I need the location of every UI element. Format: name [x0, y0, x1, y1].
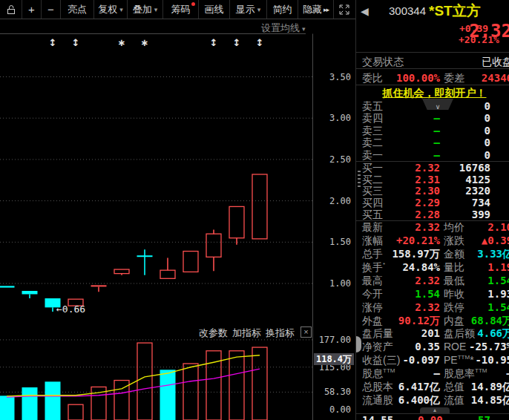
- price-tick: 2.00: [313, 196, 351, 206]
- stat-value: -0.097: [402, 354, 440, 366]
- stat-value: 1.54: [487, 275, 509, 286]
- queue-collapse-tab[interactable]: ∨: [422, 99, 453, 110]
- bid-volume: 2320: [465, 185, 490, 197]
- stat-label: 总股本: [362, 381, 393, 394]
- stat-row: 外盘90.12万内盘68.84万: [356, 315, 509, 328]
- stat-value: 201: [421, 327, 440, 339]
- ask-level-label: 卖三: [362, 125, 383, 138]
- ask-price: —: [434, 137, 440, 148]
- candle-body: [229, 206, 244, 237]
- stat-value: -25.73%: [469, 341, 509, 352]
- event-marker-icon[interactable]: ∗: [118, 37, 126, 48]
- stat-value: 2.32: [415, 221, 440, 233]
- ask-row[interactable]: 卖三—0: [356, 125, 509, 137]
- stat-row: 涨幅+20.21%涨跌▲0.39: [356, 234, 509, 248]
- candle-body: [22, 291, 38, 294]
- stat-label: 流通股: [362, 394, 393, 407]
- event-marker-icon[interactable]: ↕: [256, 37, 264, 48]
- status-label: 交易状态: [362, 56, 404, 69]
- event-marker-icon[interactable]: ∗: [141, 37, 149, 48]
- trade-status-row: 交易状态 已收盘: [356, 56, 509, 69]
- stat-value: 1.54: [415, 288, 440, 300]
- extra-value: 0.00: [418, 414, 443, 420]
- stat-label: 最新: [362, 221, 383, 234]
- stat-label: 涨跌: [444, 234, 464, 248]
- edit-params-button[interactable]: 改参数: [199, 327, 228, 340]
- volume-bar: [45, 381, 61, 420]
- candle-body: [160, 270, 175, 278]
- stat-row: 盘后量201盘后额4.66万: [356, 327, 509, 341]
- stat-value: 90.12万: [398, 315, 440, 328]
- close-indicator-button[interactable]: ×: [301, 327, 312, 338]
- candle-body: [252, 174, 267, 239]
- ask-level-label: 卖四: [362, 112, 383, 125]
- ask-price: —: [434, 149, 440, 161]
- ask-price: —: [434, 125, 440, 137]
- event-marker-icon[interactable]: ↕: [49, 37, 57, 48]
- chart-area: ↕↕∗∗↕↕↕←0.66 设置均线▾ 改参数 加指标 换指标 × 3.503.0…: [0, 19, 355, 420]
- ask-volume: 0: [485, 112, 490, 124]
- bid-volume: 734: [472, 197, 490, 209]
- stat-label: 昨收: [444, 288, 464, 301]
- panel-resize-handle[interactable]: [356, 336, 361, 352]
- stat-value: 158.97万: [392, 248, 440, 261]
- bid-price: 2.29: [415, 197, 440, 209]
- divider: [356, 68, 509, 69]
- panel-drag-handle[interactable]: [358, 171, 361, 187]
- panel-collapse-tab[interactable]: ▴: [420, 407, 450, 414]
- stat-row: 收益(三)-0.097PETTM*-10.95: [356, 354, 509, 367]
- ask-row[interactable]: 卖四—0: [356, 112, 509, 124]
- stat-value: 1.19: [487, 261, 509, 273]
- weicha-value: 24346: [482, 72, 509, 84]
- stat-value: ▲0.39: [482, 234, 509, 246]
- volume-bar: [22, 387, 38, 420]
- bid-row[interactable]: 买一2.3216768: [356, 162, 509, 174]
- volume-tick: 177.00: [313, 335, 351, 345]
- stat-row: 总手158.97万金额3.33亿: [356, 248, 509, 261]
- bid-row[interactable]: 买五2.28399: [356, 209, 509, 220]
- ask-row[interactable]: 卖一—0: [356, 149, 509, 161]
- price-tick: 3.50: [313, 72, 351, 82]
- stat-value: 2.10: [487, 221, 509, 233]
- event-marker-icon[interactable]: ↕: [233, 37, 241, 48]
- chevron-down-icon: ∨: [436, 103, 441, 111]
- stat-row: 最新2.32均价2.10: [356, 221, 509, 234]
- stat-label: 金额: [444, 248, 464, 261]
- stat-row: 总股本6.417亿总值14.89亿: [356, 381, 509, 394]
- event-marker-icon[interactable]: ↕: [210, 37, 218, 48]
- stat-label: 外盘: [362, 315, 383, 328]
- open-account-link[interactable]: 抓住机会，即刻开户！: [356, 87, 509, 100]
- volume-bar: [252, 347, 267, 420]
- ask-volume: 0: [485, 137, 490, 148]
- stat-value: —: [507, 367, 509, 379]
- stat-label: 涨停: [362, 301, 383, 315]
- ma-setting-button[interactable]: 设置均线▾: [261, 22, 306, 35]
- add-indicator-button[interactable]: 加指标: [232, 327, 261, 340]
- candle-body: [183, 252, 198, 272]
- stat-label: 今开: [362, 288, 383, 301]
- bid-price: 2.30: [415, 185, 440, 197]
- ask-level-label: 卖二: [362, 137, 383, 150]
- chevron-up-icon: ▴: [420, 407, 450, 413]
- event-marker-icon[interactable]: ↕: [72, 37, 80, 48]
- stat-value: +20.21%: [396, 234, 440, 246]
- bid-row[interactable]: 买四2.29734: [356, 197, 509, 209]
- divider: [356, 52, 509, 53]
- bid-row[interactable]: 买三2.302320: [356, 185, 509, 197]
- volume-value-badge: 118.4万: [314, 353, 354, 365]
- stat-label: 流值: [444, 394, 464, 407]
- stat-value: 68.84万: [471, 315, 509, 328]
- stat-label: 总值: [444, 381, 464, 394]
- stat-value: —: [434, 367, 440, 379]
- back-button[interactable]: ◀: [361, 5, 369, 17]
- ask-volume: 0: [485, 149, 490, 161]
- stat-label: 跌停: [444, 301, 464, 315]
- stat-row: 最高2.32最低1.54: [356, 275, 509, 288]
- ask-row[interactable]: 卖二—0: [356, 137, 509, 148]
- stat-value: 3.33亿: [477, 248, 509, 261]
- volume-bar: [68, 404, 83, 420]
- stat-label: ROE: [444, 341, 466, 352]
- bid-row[interactable]: 买二2.314125: [356, 174, 509, 186]
- weibi-row: 委比 100.00% 委差 24346: [356, 72, 509, 85]
- switch-indicator-button[interactable]: 换指标: [266, 327, 295, 340]
